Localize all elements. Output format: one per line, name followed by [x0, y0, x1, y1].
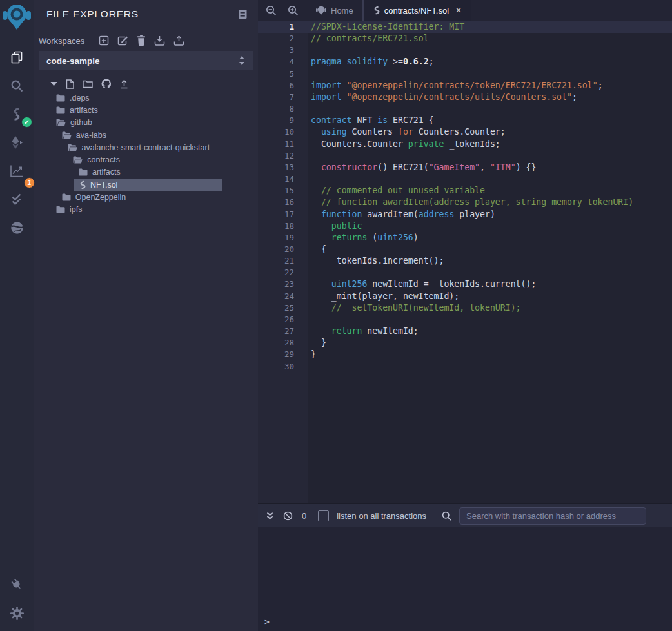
code-line-26[interactable]: 26	[258, 314, 672, 325]
line-text: import "@openzeppelin/contracts/utils/Co…	[308, 92, 577, 103]
listen-transactions-checkbox[interactable]	[318, 510, 329, 521]
code-line-12[interactable]: 12	[258, 150, 672, 162]
terminal-panel[interactable]: >	[258, 527, 672, 631]
upload-file-icon[interactable]	[120, 79, 128, 89]
download-workspace-icon[interactable]	[154, 35, 165, 46]
code-line-30[interactable]: 30	[258, 361, 672, 373]
new-file-icon[interactable]	[66, 79, 74, 89]
new-folder-icon[interactable]	[83, 79, 93, 88]
tab-contracts-nft.sol[interactable]: contracts/NFT.sol✕	[363, 0, 471, 21]
tree-item-label: contracts	[87, 155, 120, 164]
analytics-icon[interactable]: 1	[0, 157, 34, 185]
tree-item-artifacts[interactable]: artifacts	[34, 166, 258, 179]
code-line-13[interactable]: 13 constructor() ERC721("GameItem", "ITM…	[258, 162, 672, 173]
line-text: returns (uint256)	[308, 232, 419, 244]
tree-item-avalanche-smart-contract-quickstart[interactable]: avalanche-smart-contract-quickstart	[34, 141, 258, 153]
delete-workspace-icon[interactable]	[137, 35, 146, 46]
line-number: 11	[258, 139, 308, 150]
clear-console-icon[interactable]	[283, 511, 293, 521]
folder-open-icon	[56, 119, 66, 126]
deploy-run-icon[interactable]	[0, 128, 34, 157]
code-line-24[interactable]: 24 _mint(player, newItemId);	[258, 291, 672, 302]
code-line-29[interactable]: 29}	[258, 349, 672, 360]
terminal-search-input[interactable]	[459, 507, 646, 525]
expand-terminal-icon[interactable]	[266, 512, 274, 520]
code-line-21[interactable]: 21 _tokenIds.increment();	[258, 255, 672, 267]
close-tab-icon[interactable]: ✕	[455, 6, 462, 15]
code-line-5[interactable]: 5	[258, 68, 672, 80]
line-text	[308, 44, 311, 56]
code-line-1[interactable]: 1//SPDX-License-Identifier: MIT	[258, 21, 672, 33]
line-number: 2	[258, 33, 308, 44]
code-line-25[interactable]: 25 // _setTokenURI(newItemId, tokenURI);	[258, 302, 672, 314]
tree-item-artifacts[interactable]: artifacts	[34, 104, 258, 116]
workspace-select[interactable]: code-sample	[39, 51, 253, 70]
book-icon[interactable]	[238, 9, 248, 19]
code-line-7[interactable]: 7import "@openzeppelin/contracts/utils/C…	[258, 92, 672, 103]
code-line-27[interactable]: 27 return newItemId;	[258, 325, 672, 337]
clone-github-icon[interactable]	[101, 79, 112, 89]
file-explorer-icon[interactable]	[0, 43, 34, 72]
tree-item-ava-labs[interactable]: ava-labs	[34, 129, 258, 141]
code-line-2[interactable]: 2// contracts/ERC721.sol	[258, 33, 672, 44]
search-icon[interactable]	[0, 72, 34, 100]
tab-home[interactable]: Home	[306, 0, 363, 21]
unit-testing-icon[interactable]	[0, 185, 34, 213]
tree-item-ipfs[interactable]: ipfs	[34, 204, 258, 216]
plugin-circle-icon[interactable]	[0, 213, 34, 242]
folder-open-icon	[73, 156, 83, 164]
line-number: 4	[258, 56, 308, 68]
line-number: 25	[258, 302, 308, 314]
code-line-22[interactable]: 22	[258, 267, 672, 278]
code-line-15[interactable]: 15 // commented out unused variable	[258, 185, 672, 197]
tree-item-label: avalanche-smart-contract-quickstart	[82, 143, 210, 152]
code-line-23[interactable]: 23 uint256 newItemId = _tokenIds.current…	[258, 278, 672, 290]
code-line-16[interactable]: 16 // function awardItem(address player,…	[258, 197, 672, 208]
line-number: 9	[258, 115, 308, 126]
workspaces-row: Workspaces	[34, 20, 258, 51]
line-number: 8	[258, 103, 308, 115]
code-line-11[interactable]: 11 Counters.Counter private _tokenIds;	[258, 139, 672, 150]
tab-label: Home	[331, 6, 353, 15]
tree-item-openzeppelin[interactable]: OpenZeppelin	[34, 191, 258, 203]
upload-workspace-icon[interactable]	[173, 35, 184, 46]
code-line-19[interactable]: 19 returns (uint256)	[258, 232, 672, 244]
collapse-tree-icon[interactable]	[50, 81, 57, 86]
tree-item-github[interactable]: github	[34, 117, 258, 129]
solidity-compiler-icon[interactable]: ✓	[0, 100, 34, 128]
tree-item-label: artifacts	[92, 168, 121, 177]
settings-icon[interactable]	[0, 599, 34, 627]
tree-item-label: NFT.sol	[90, 180, 117, 189]
code-editor[interactable]: 1//SPDX-License-Identifier: MIT2// contr…	[258, 21, 672, 503]
code-line-8[interactable]: 8	[258, 103, 672, 115]
zoom-out-icon[interactable]	[266, 5, 277, 16]
code-line-14[interactable]: 14	[258, 173, 672, 185]
zoom-in-icon[interactable]	[288, 5, 299, 16]
remix-logo-icon[interactable]	[3, 2, 31, 35]
line-number: 18	[258, 220, 308, 232]
tree-item-contracts[interactable]: contracts	[34, 153, 258, 166]
line-number: 17	[258, 209, 308, 220]
code-line-9[interactable]: 9contract NFT is ERC721 {	[258, 115, 672, 126]
tree-item-nft.sol[interactable]: NFT.sol	[34, 179, 258, 191]
code-line-20[interactable]: 20 {	[258, 244, 672, 255]
line-text: contract NFT is ERC721 {	[308, 115, 434, 126]
panel-title: FILE EXPLORERS	[46, 8, 139, 20]
line-text: // commented out unused variable	[308, 185, 485, 197]
tree-item-.deps[interactable]: .deps	[34, 92, 258, 104]
code-line-28[interactable]: 28 }	[258, 337, 672, 349]
transaction-count: 0	[302, 511, 306, 521]
code-line-3[interactable]: 3	[258, 44, 672, 56]
tree-toolbar	[34, 70, 258, 92]
code-line-4[interactable]: 4pragma solidity >=0.6.2;	[258, 56, 672, 68]
terminal-prompt: >	[264, 617, 270, 626]
code-line-6[interactable]: 6import "@openzeppelin/contracts/token/E…	[258, 80, 672, 92]
code-line-17[interactable]: 17 function awardItem(address player)	[258, 209, 672, 220]
plugin-manager-icon[interactable]	[0, 570, 34, 599]
solidity-icon	[373, 6, 380, 15]
folder-icon	[79, 168, 88, 176]
rename-workspace-icon[interactable]	[117, 35, 128, 46]
code-line-18[interactable]: 18 public	[258, 220, 672, 232]
create-workspace-icon[interactable]	[99, 35, 109, 46]
code-line-10[interactable]: 10 using Counters for Counters.Counter;	[258, 126, 672, 138]
